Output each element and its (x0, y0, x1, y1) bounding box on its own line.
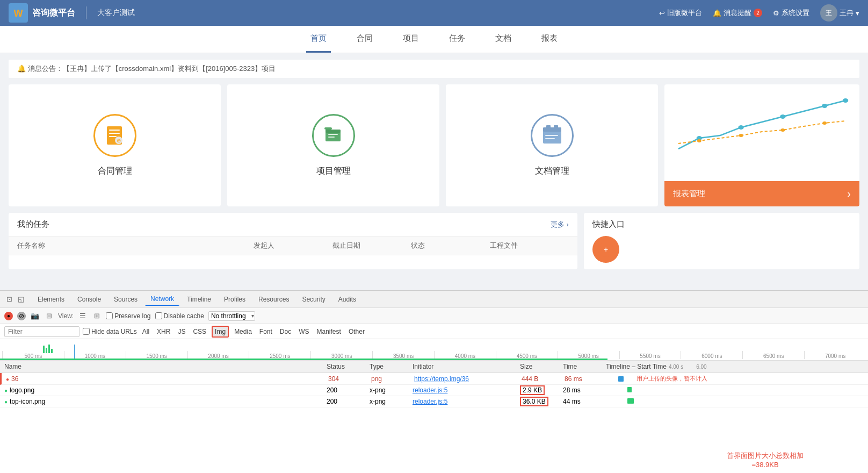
quick-entry-panel: 快捷入口 + (584, 213, 859, 269)
avatar-initials: 王 (826, 9, 832, 18)
contract-card[interactable]: ⊕ 合同管理 (9, 84, 221, 206)
project-icon-circle (312, 114, 355, 157)
col-deadline: 截止日期 (332, 241, 411, 250)
my-tasks-title: 我的任务 (17, 219, 49, 230)
tab-contract[interactable]: 合同 (352, 26, 377, 53)
svg-point-25 (739, 134, 743, 137)
document-card[interactable]: 文档管理 (446, 84, 658, 206)
gear-icon: ⚙ (773, 9, 779, 17)
app-title: 咨询微平台 (32, 8, 75, 19)
settings-label: 系统设置 (782, 8, 809, 18)
report-button-label: 报表管理 (673, 189, 705, 199)
my-tasks-header: 我的任务 更多 › (9, 213, 577, 236)
quick-entry-icon[interactable]: + (592, 236, 619, 263)
page-content: 🔔 消息公告：【王冉】上传了【crossdomain.xml】资料到【[2016… (0, 53, 868, 291)
main-tabs: 首页 合同 项目 任务 文档 报表 (0, 26, 868, 53)
svg-point-20 (738, 125, 743, 130)
arrow-right-icon: › (847, 188, 851, 200)
col-project-file: 工程文件 (490, 241, 569, 250)
svg-rect-15 (545, 135, 558, 136)
avatar: 王 (820, 4, 837, 22)
devtools-tab-bar: ⊡ ◱ Elements Console Sources Network Tim… (0, 291, 868, 291)
col-task-name: 任务名称 (17, 241, 254, 250)
col-status: 状态 (411, 241, 490, 250)
project-card[interactable]: 项目管理 (227, 84, 439, 206)
tab-document[interactable]: 文档 (491, 26, 516, 53)
svg-rect-5 (109, 136, 117, 137)
svg-text:+: + (604, 245, 608, 254)
announcement-bar: 🔔 消息公告：【王冉】上传了【crossdomain.xml】资料到【[2016… (9, 60, 859, 78)
svg-rect-4 (109, 133, 120, 134)
nav-divider (86, 6, 86, 19)
col-initiator: 发起人 (254, 241, 332, 250)
username-label: 王冉 (840, 8, 853, 18)
contract-icon: ⊕ (102, 122, 128, 149)
svg-rect-9 (326, 130, 341, 133)
document-icon (539, 122, 566, 149)
svg-rect-3 (109, 130, 120, 131)
svg-rect-18 (554, 125, 558, 128)
settings-link[interactable]: ⚙ 系统设置 (773, 8, 809, 18)
logo-icon: W (9, 3, 28, 23)
report-button[interactable]: 报表管理 › (664, 181, 859, 206)
old-version-icon: ↩ (659, 9, 665, 17)
svg-rect-17 (546, 125, 551, 128)
project-label: 项目管理 (316, 166, 351, 177)
svg-point-27 (822, 121, 827, 125)
announcement-text: 消息公告：【王冉】上传了【crossdomain.xml】资料到【[2016]0… (28, 64, 276, 73)
contract-label: 合同管理 (98, 166, 132, 177)
report-card[interactable]: 报表管理 › (664, 84, 859, 206)
tab-home[interactable]: 首页 (306, 26, 331, 53)
svg-point-23 (843, 98, 848, 103)
svg-point-24 (697, 139, 701, 142)
svg-rect-10 (324, 127, 332, 130)
tasks-table-header: 任务名称 发起人 截止日期 状态 工程文件 (9, 236, 577, 255)
more-link[interactable]: 更多 › (551, 220, 569, 230)
top-navbar: W 咨询微平台 大客户测试 ↩ 旧版微平台 🔔 消息提醒 2 ⚙ 系统设置 王 … (0, 0, 868, 26)
document-icon-circle (531, 114, 574, 157)
user-menu[interactable]: 王 王冉 ▾ (820, 4, 859, 22)
contract-icon-circle: ⊕ (93, 114, 136, 157)
svg-point-22 (822, 104, 827, 108)
svg-rect-16 (545, 138, 555, 139)
svg-rect-14 (543, 127, 561, 132)
notifications-label: 消息提醒 (724, 8, 751, 18)
devtools-panel: ⊡ ◱ Elements Console Sources Network Tim… (0, 290, 868, 291)
logo-area: W 咨询微平台 大客户测试 (9, 3, 135, 23)
document-label: 文档管理 (535, 166, 569, 177)
tab-project[interactable]: 项目 (399, 26, 423, 53)
old-version-label: 旧版微平台 (667, 8, 702, 18)
nav-right: ↩ 旧版微平台 🔔 消息提醒 2 ⚙ 系统设置 王 王冉 ▾ (659, 4, 859, 22)
project-icon (320, 122, 347, 149)
svg-text:W: W (14, 8, 23, 19)
my-tasks-panel: 我的任务 更多 › 任务名称 发起人 截止日期 状态 工程文件 (9, 213, 577, 269)
cards-row: ⊕ 合同管理 项目管理 (9, 84, 859, 206)
old-version-link[interactable]: ↩ 旧版微平台 (659, 8, 702, 18)
svg-rect-11 (328, 134, 338, 135)
quick-icon-svg: + (598, 242, 613, 257)
tab-report[interactable]: 报表 (537, 26, 562, 53)
app-subtitle: 大客户测试 (97, 8, 135, 18)
notifications-link[interactable]: 🔔 消息提醒 2 (713, 8, 762, 18)
bell-icon-small: 🔔 (17, 64, 26, 73)
svg-rect-12 (328, 137, 335, 138)
report-chart (664, 84, 859, 181)
bottom-row: 我的任务 更多 › 任务名称 发起人 截止日期 状态 工程文件 快捷入口 + (9, 213, 859, 269)
svg-point-21 (780, 114, 785, 119)
tab-task[interactable]: 任务 (445, 26, 469, 53)
bell-icon: 🔔 (713, 9, 721, 17)
notification-badge: 2 (754, 9, 762, 17)
chevron-down-icon: ▾ (856, 9, 859, 17)
svg-point-26 (781, 128, 785, 132)
svg-text:⊕: ⊕ (117, 138, 121, 144)
quick-entry-title: 快捷入口 (592, 219, 851, 230)
